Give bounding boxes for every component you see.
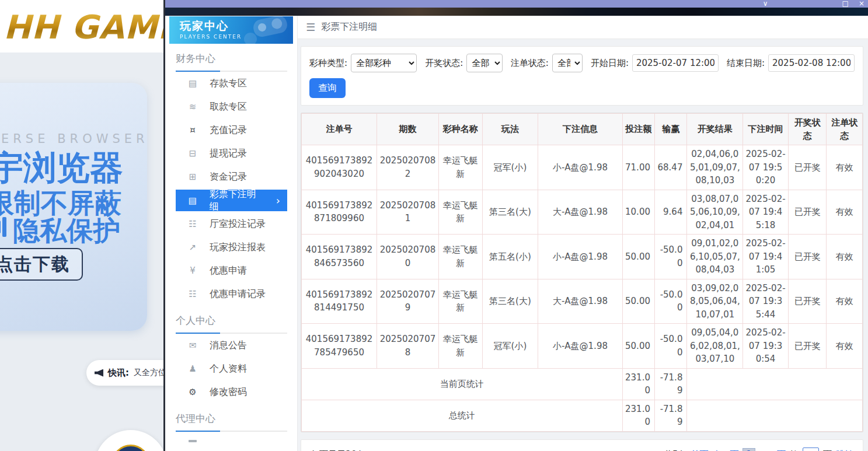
sidebar-item-player-bet-report[interactable]: ↗玩家投注报表: [176, 236, 287, 259]
table-cell: 401569173892814491750: [302, 279, 377, 324]
table-cell: -50.00: [654, 279, 686, 324]
sidebar-item-funds-records[interactable]: ⊞资金记录: [176, 165, 287, 188]
maximize-window-icon[interactable]: □: [842, 0, 849, 8]
sidebar-section-title: 财务中心: [176, 52, 287, 71]
collapse-window-icon[interactable]: ∨: [763, 0, 768, 8]
jump-button[interactable]: 跳转: [836, 449, 853, 451]
player-center-window: ∨□× 玩家中心 PLAYERS CENTER 财务中心▤存款专区≋取款专区¤充…: [163, 0, 868, 451]
speaker-icon: [95, 369, 103, 377]
table-cell: 已开奖: [788, 235, 827, 279]
sidebar-item-promo-apply-records[interactable]: ☷优惠申请记录: [176, 282, 287, 306]
chevron-right-icon: ›: [276, 194, 280, 207]
sidebar-subtitle: PLAYERS CENTER: [180, 34, 293, 40]
table-cell: 大-A盘@1.98: [538, 279, 622, 324]
sidebar-item-promo-apply[interactable]: ¥优惠申请: [176, 259, 287, 282]
table-cell: 有效: [827, 190, 863, 235]
card-icon: ▤: [187, 78, 198, 89]
summary-row: 总统计231.00-71.89: [302, 400, 863, 431]
draw-status-label: 开奖状态:: [425, 58, 463, 69]
browser-ad-banner: ERSE BROWSER 宇浏览器 限制不屏蔽 隐私保护 点击下载: [0, 83, 147, 331]
sidebar-item-hall-bet-records[interactable]: ☷厅室投注记录: [176, 212, 287, 236]
table-column-header: 注单状态: [827, 114, 863, 145]
table-cell: 小-A盘@1.98: [538, 324, 622, 369]
table-cell: 50.00: [622, 279, 654, 324]
sidebar-item-change-password[interactable]: ⚙修改密码: [176, 380, 287, 404]
main-content: ☰ 彩票下注明细 彩种类型: 全部彩种 开奖状态: 全部 注单状态: 全部: [298, 16, 868, 451]
page-title: 彩票下注明细: [321, 21, 377, 33]
order-status-select[interactable]: 全部: [552, 54, 583, 72]
sidebar-item-recharge-records[interactable]: ¤充值记录: [176, 118, 287, 142]
table-cell: 2025-02-07 19:45:18: [743, 190, 789, 235]
sidebar-item-lottery-bet-details[interactable]: ▤彩票下注明细›: [176, 190, 287, 211]
table-cell: 2025-02-07 19:35:44: [743, 279, 789, 324]
lottery-type-label: 彩种类型:: [309, 58, 347, 69]
sidebar-item-deposit-zone[interactable]: ▤存款专区: [176, 72, 287, 95]
table-header-row: 注单号期数彩种名称玩法下注信息投注额输赢开奖结果下注时间开奖状态注单状态: [302, 114, 863, 145]
decor-circle: [244, 33, 257, 44]
table-cell: 已开奖: [788, 324, 827, 369]
page-jump-input[interactable]: [803, 447, 819, 451]
table-cell: 幸运飞艇新: [438, 279, 482, 324]
window-banner-strip: [165, 8, 868, 16]
table-cell: 02,04,06,05,01,09,07,08,10,03: [687, 145, 743, 190]
bet-table-card: 注单号期数彩种名称玩法下注信息投注额输赢开奖结果下注时间开奖状态注单状态 401…: [301, 113, 863, 432]
summary-bet-total: 231.00: [622, 400, 654, 431]
download-button[interactable]: 点击下载: [0, 248, 83, 281]
bell-icon: ✉: [187, 340, 198, 351]
order-status-label: 注单状态:: [511, 58, 549, 69]
table-column-header: 投注额: [622, 114, 654, 145]
close-window-icon[interactable]: ×: [859, 0, 864, 8]
table-cell: 小-A盘@1.98: [538, 145, 622, 190]
table-column-header: 开奖结果: [687, 114, 743, 145]
bet-detail-table: 注单号期数彩种名称玩法下注信息投注额输赢开奖结果下注时间开奖状态注单状态 401…: [301, 113, 863, 432]
table-cell: -50.00: [654, 235, 686, 279]
section-divider: [176, 431, 287, 432]
sidebar-item-withdraw-zone[interactable]: ≋取款专区: [176, 95, 287, 118]
sidebar-item-label: 取款专区: [210, 101, 247, 113]
customer-service-button[interactable]: [95, 430, 167, 451]
table-column-header: 下注时间: [743, 114, 789, 145]
table-column-header: 期数: [377, 114, 439, 145]
current-page-indicator: 1: [742, 448, 755, 451]
doc-icon: ▤: [187, 195, 198, 206]
table-cell: 幸运飞艇新: [438, 145, 482, 190]
table-cell: 有效: [827, 145, 863, 190]
sidebar-item-announcements[interactable]: ✉消息公告: [176, 334, 287, 357]
next-page-link[interactable]: 下一页: [759, 449, 786, 451]
table-cell: 03,09,02,08,05,06,04,10,07,01: [687, 279, 743, 324]
ticker-text: 又全方位: [134, 368, 166, 378]
table-cell: 冠军(小): [482, 145, 538, 190]
lottery-type-select[interactable]: 全部彩种: [351, 54, 417, 72]
customer-service-logo: [111, 445, 150, 451]
sidebar-item-label: 优惠申请记录: [210, 288, 266, 300]
table-cell: 09,01,02,06,10,05,07,08,04,03: [687, 235, 743, 279]
table-cell: -50.00: [654, 324, 686, 369]
first-page-link[interactable]: 首页: [691, 449, 708, 451]
sidebar-item-profile[interactable]: ♟个人资料: [176, 357, 287, 380]
table-cell: 20250207079: [377, 279, 439, 324]
search-button[interactable]: 查询: [309, 78, 346, 98]
table-cell: 9.64: [654, 190, 686, 235]
table-row: 40156917389284657356020250207080幸运飞艇新第五名…: [302, 235, 863, 279]
sidebar-item-label: 修改密码: [210, 386, 247, 398]
prev-page-link[interactable]: 上一页: [712, 449, 738, 451]
table-cell: 第三名(大): [482, 279, 538, 324]
site-logo[interactable]: HH GAME: [4, 8, 181, 46]
summary-empty-cell: [687, 400, 863, 431]
menu-hamburger-icon[interactable]: ☰: [306, 21, 315, 33]
sidebar-item-label: 彩票下注明细: [210, 188, 264, 213]
table-cell: 有效: [827, 324, 863, 369]
table-cell: 幸运飞艇新: [438, 324, 482, 369]
chart-icon: ↗: [187, 242, 198, 253]
sidebar-item-withdraw-records[interactable]: ⊟提现记录: [176, 142, 287, 165]
ad-line3: 隐私保护: [13, 213, 120, 249]
summary-label: 当前页统计: [302, 368, 623, 400]
table-cell: 2025-02-07 19:50:20: [743, 145, 789, 190]
user-icon: ♟: [187, 363, 198, 374]
news-ticker: 快讯: 又全方位: [86, 360, 175, 386]
start-date-input[interactable]: [632, 54, 719, 72]
table-cell: 冠军(小): [482, 324, 538, 369]
table-cell: 09,05,04,06,02,08,01,03,07,10: [687, 324, 743, 369]
end-date-input[interactable]: [768, 54, 855, 72]
draw-status-select[interactable]: 全部: [466, 54, 503, 72]
